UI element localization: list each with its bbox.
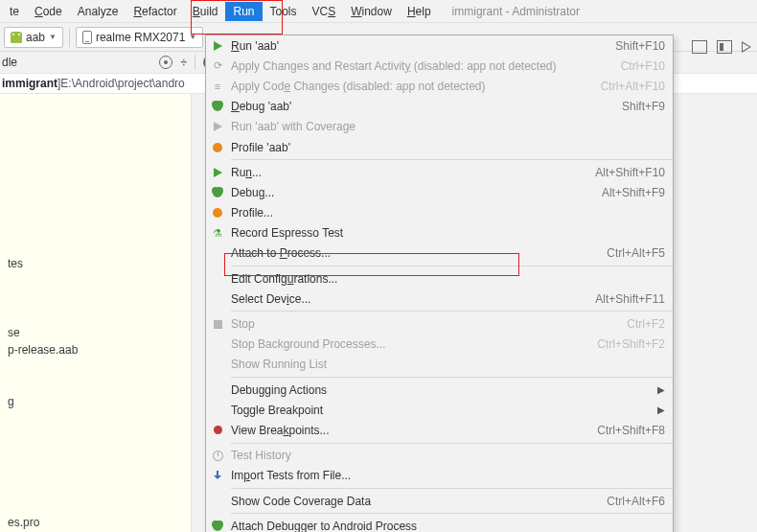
tree-item[interactable] <box>8 481 183 495</box>
run-config-label: aab <box>26 31 45 44</box>
tree-item[interactable] <box>8 153 183 167</box>
play-icon <box>211 120 224 133</box>
tree-item[interactable] <box>8 171 183 184</box>
toolwindow-icon[interactable] <box>692 40 707 54</box>
menu-item-label: Attach Debugger to Android Process <box>231 520 417 532</box>
menu-item: Test History <box>206 446 673 466</box>
tree-item[interactable]: g <box>8 395 183 408</box>
breakpoint-icon <box>211 424 224 437</box>
menu-run[interactable]: Run <box>225 2 262 21</box>
menu-refactor[interactable]: Refactor <box>126 2 184 21</box>
menu-item-label: Profile 'aab' <box>231 141 290 154</box>
bug-icon <box>211 186 224 199</box>
tree-item[interactable] <box>8 274 183 288</box>
import-icon <box>211 469 224 482</box>
tree-item[interactable] <box>8 429 183 443</box>
menu-item: ⟳Apply Changes and Restart Activity (dis… <box>206 56 673 76</box>
menu-vcs[interactable]: VCS <box>305 2 344 21</box>
tree-item[interactable] <box>8 205 183 219</box>
menu-item[interactable]: Edit Configurations... <box>206 268 673 289</box>
menu-item-shortcut: Shift+F9 <box>622 100 665 113</box>
menu-separator <box>231 311 673 312</box>
blank-icon <box>211 292 224 306</box>
run-menu-dropdown: Run 'aab'Shift+F10⟳Apply Changes and Res… <box>205 35 674 532</box>
tree-item[interactable] <box>8 378 183 391</box>
menu-separator <box>231 513 673 514</box>
phone-icon <box>82 31 92 44</box>
tree-item[interactable]: es.pro <box>8 516 183 529</box>
menu-item[interactable]: ⚗Record Espresso Test <box>206 223 673 243</box>
window-title: immigrant - Administrator <box>452 5 580 18</box>
menu-truncated[interactable]: te <box>2 2 27 21</box>
menu-item[interactable]: Run 'aab'Shift+F10 <box>206 35 673 56</box>
chevron-down-icon: ▼ <box>49 33 57 41</box>
project-tree[interactable]: tes sep-release.aab g es.pro <box>0 94 192 532</box>
flask-icon: ⚗ <box>211 226 224 240</box>
menu-item: StopCtrl+F2 <box>206 313 673 334</box>
tree-item[interactable]: p-release.aab <box>8 343 183 357</box>
menu-separator <box>231 266 673 266</box>
attach-debugger-icon <box>211 520 224 532</box>
divide-icon[interactable]: ÷ <box>180 56 187 69</box>
target-icon[interactable] <box>159 56 172 69</box>
menu-window[interactable]: Window <box>343 2 400 21</box>
menu-separator <box>231 377 673 378</box>
menu-analyze[interactable]: Analyze <box>70 2 126 21</box>
menu-item: Run 'aab' with Coverage <box>206 117 673 137</box>
menu-item[interactable]: Import Tests from File... <box>206 466 673 486</box>
menu-tools[interactable]: Tools <box>263 2 305 21</box>
tree-item[interactable] <box>8 447 183 460</box>
menu-build[interactable]: Build <box>185 2 226 21</box>
tree-item[interactable]: se <box>8 326 183 339</box>
device-selector[interactable]: realme RMX2071 ▼ <box>76 27 203 48</box>
blank-icon <box>211 383 224 397</box>
menu-item-shortcut: Ctrl+Shift+F8 <box>597 424 665 437</box>
blank-icon <box>211 337 224 351</box>
profiler-icon <box>211 206 224 220</box>
menu-item-label: Show Code Coverage Data <box>231 495 371 508</box>
right-toolbar <box>692 40 751 54</box>
menu-item[interactable]: Run...Alt+Shift+F10 <box>206 162 673 182</box>
menu-item-shortcut: Ctrl+Shift+F2 <box>597 337 665 351</box>
menu-item-label: Edit Configurations... <box>231 272 337 286</box>
tree-item[interactable] <box>8 136 183 150</box>
menu-item-shortcut: Ctrl+Alt+F5 <box>607 246 665 260</box>
menu-item[interactable]: Select Device...Alt+Shift+F11 <box>206 289 673 309</box>
menu-item[interactable]: Show Code Coverage DataCtrl+Alt+F6 <box>206 491 673 511</box>
blank-icon <box>211 358 224 371</box>
menu-item[interactable]: Attach to Process...Ctrl+Alt+F5 <box>206 243 673 264</box>
menu-code[interactable]: Code <box>27 2 70 21</box>
tree-item[interactable] <box>8 464 183 477</box>
menu-item[interactable]: Debug...Alt+Shift+F9 <box>206 182 673 202</box>
tree-item[interactable] <box>8 102 183 115</box>
menu-item[interactable]: View Breakpoints...Ctrl+Shift+F8 <box>206 420 673 440</box>
menu-item[interactable]: Attach Debugger to Android Process <box>206 516 673 532</box>
tree-item[interactable]: tes <box>8 257 183 270</box>
tree-item[interactable] <box>8 222 183 236</box>
run-icon[interactable] <box>742 41 751 53</box>
menu-item-label: Record Espresso Test <box>231 226 343 240</box>
menu-item[interactable]: Profile 'aab' <box>206 137 673 157</box>
run-config-selector[interactable]: aab ▼ <box>4 27 63 48</box>
menu-separator <box>231 159 673 160</box>
profiler-icon <box>211 141 224 154</box>
tree-item[interactable] <box>8 240 183 253</box>
toolwindow-icon[interactable] <box>717 40 732 54</box>
breadcrumb-project[interactable]: immigrant <box>2 77 57 90</box>
menu-item[interactable]: Debugging Actions▶ <box>206 380 673 400</box>
tree-item[interactable] <box>8 309 183 322</box>
tree-item[interactable] <box>8 412 183 426</box>
menu-item[interactable]: Profile... <box>206 203 673 223</box>
menu-help[interactable]: Help <box>400 2 439 21</box>
menu-item[interactable]: Debug 'aab'Shift+F9 <box>206 97 673 117</box>
menu-item: ≡Apply Code Changes (disabled: app not d… <box>206 76 673 96</box>
tree-item[interactable] <box>8 360 183 374</box>
clock-icon <box>211 449 224 462</box>
tree-item[interactable] <box>8 498 183 512</box>
tree-item[interactable] <box>8 188 183 201</box>
menu-item-shortcut: Ctrl+F10 <box>621 59 665 73</box>
tree-item[interactable] <box>8 291 183 305</box>
menu-item[interactable]: Toggle Breakpoint▶ <box>206 400 673 420</box>
breadcrumb-path[interactable]: E:\Android\project\andro <box>60 77 184 90</box>
tree-item[interactable] <box>8 119 183 132</box>
